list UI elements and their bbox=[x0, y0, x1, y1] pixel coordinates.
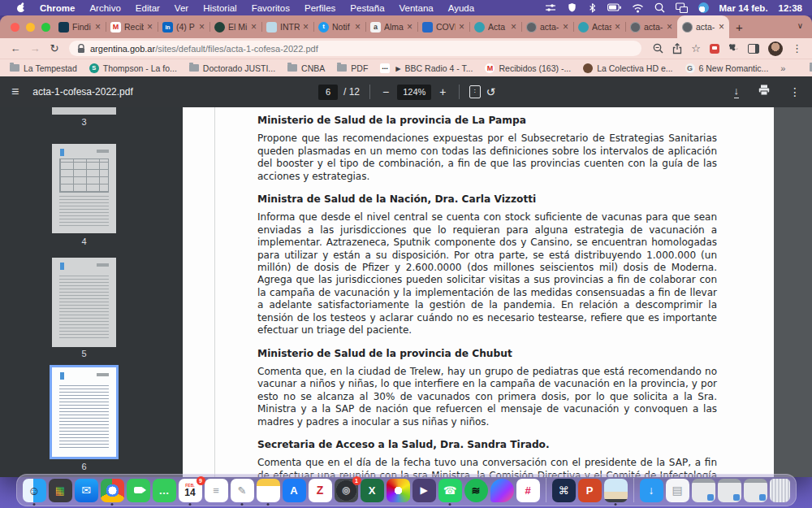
share-icon[interactable] bbox=[672, 43, 682, 54]
page-thumbnail-4[interactable] bbox=[52, 144, 116, 233]
page-thumbnail-5[interactable] bbox=[52, 258, 116, 347]
dock-downloads-folder-icon[interactable]: ↓ bbox=[640, 479, 663, 502]
apple-menu-icon[interactable] bbox=[0, 2, 32, 13]
close-window-button[interactable] bbox=[11, 23, 19, 32]
minimize-window-button[interactable] bbox=[26, 23, 35, 32]
dock-notes-icon[interactable] bbox=[257, 479, 280, 502]
dock-excel-icon[interactable]: X bbox=[361, 479, 384, 502]
bluetooth-icon[interactable] bbox=[588, 2, 597, 13]
close-tab-icon[interactable]: × bbox=[667, 21, 672, 33]
tab-acta-pdf[interactable]: acta-× bbox=[521, 15, 573, 38]
bookmark-cnba[interactable]: CNBA bbox=[287, 63, 325, 73]
bookmark-thompson[interactable]: SThompson - La fo... bbox=[89, 63, 177, 73]
bookmarks-overflow-chevron[interactable]: » bbox=[780, 63, 785, 73]
bookmark-la-tempestad[interactable]: La Tempestad bbox=[10, 63, 77, 73]
menu-ver[interactable]: Ver bbox=[167, 3, 196, 13]
close-tab-icon[interactable]: × bbox=[615, 21, 620, 33]
zoom-page-icon[interactable] bbox=[653, 43, 663, 54]
side-panel-icon[interactable] bbox=[748, 44, 759, 54]
page-number-input[interactable]: 6 bbox=[318, 85, 338, 100]
tab-acta[interactable]: Acta× bbox=[469, 15, 521, 38]
dock-screenshot-preview[interactable] bbox=[604, 479, 628, 502]
shield-icon[interactable] bbox=[567, 2, 577, 13]
dock-messenger-icon[interactable] bbox=[490, 479, 514, 502]
tab-gmail[interactable]: MRecib× bbox=[106, 15, 158, 38]
battery-icon[interactable] bbox=[607, 3, 621, 12]
tab-actas[interactable]: Actas× bbox=[573, 15, 625, 38]
dock-share-app-icon[interactable]: ⌘ bbox=[552, 479, 576, 502]
dock-chrome-icon[interactable] bbox=[101, 479, 124, 502]
menu-pestana[interactable]: Pestaña bbox=[343, 3, 391, 13]
bookmark-recibidos[interactable]: MRecibidos (163) -... bbox=[485, 63, 571, 73]
forward-button[interactable]: → bbox=[27, 42, 43, 54]
tab-acta-pdf-2[interactable]: acta-× bbox=[625, 15, 677, 38]
tab-alma[interactable]: aAlma× bbox=[365, 15, 417, 38]
close-tab-icon[interactable]: × bbox=[459, 21, 464, 33]
bookmark-la-colectiva[interactable]: La Colectiva HD e... bbox=[583, 63, 672, 73]
bookmark-bbc[interactable]: •••► BBC Radio 4 - T... bbox=[380, 63, 473, 73]
fit-page-icon[interactable]: ∶ bbox=[469, 85, 481, 98]
close-tab-icon[interactable]: × bbox=[251, 21, 257, 33]
spotlight-search-icon[interactable] bbox=[654, 2, 665, 13]
zoom-level[interactable]: 124% bbox=[397, 85, 431, 100]
dock-minimized-window-1[interactable] bbox=[692, 479, 715, 502]
dock-whatsapp-icon[interactable]: ☎ bbox=[438, 479, 462, 502]
menu-bar-date[interactable]: Mar 14 feb. bbox=[719, 3, 768, 13]
dock-reminders-icon[interactable]: ≡ bbox=[205, 479, 228, 502]
wifi-icon[interactable] bbox=[632, 3, 644, 13]
menu-historial[interactable]: Historial bbox=[196, 3, 244, 13]
dock-settings-icon[interactable]: ◎1 bbox=[335, 479, 358, 502]
tab-search-chevron-icon[interactable]: ∨ bbox=[797, 21, 803, 30]
page-thumbnail-3[interactable] bbox=[52, 107, 116, 115]
lock-icon[interactable] bbox=[77, 44, 85, 54]
new-tab-button[interactable]: + bbox=[729, 20, 749, 34]
profile-avatar[interactable] bbox=[768, 41, 783, 56]
pdf-page-area[interactable]: Ministerio de Salud de la provincia de L… bbox=[183, 107, 812, 477]
extensions-puzzle-icon[interactable] bbox=[728, 43, 739, 54]
back-button[interactable]: ← bbox=[7, 42, 24, 54]
zoom-window-button[interactable] bbox=[41, 23, 50, 32]
close-tab-icon[interactable]: × bbox=[511, 21, 516, 33]
page-thumbnail-6-selected[interactable] bbox=[52, 367, 116, 457]
dock-photos-icon[interactable] bbox=[387, 479, 410, 502]
dock-media-player-icon[interactable]: ▶ bbox=[412, 479, 436, 502]
zoom-in-button[interactable]: + bbox=[437, 85, 448, 98]
close-tab-icon[interactable]: × bbox=[199, 21, 205, 33]
dock-slack-icon[interactable]: # bbox=[516, 479, 540, 502]
menu-editar[interactable]: Editar bbox=[128, 3, 167, 13]
tab-twitter[interactable]: tNotif× bbox=[313, 15, 365, 38]
menu-perfiles[interactable]: Perfiles bbox=[297, 3, 343, 13]
close-tab-icon[interactable]: × bbox=[407, 21, 412, 33]
tab-finding[interactable]: Findi× bbox=[54, 15, 106, 38]
dock-zotero-icon[interactable]: Z bbox=[309, 479, 332, 502]
dock-appstore-icon[interactable]: A bbox=[283, 479, 306, 502]
bookmark-pdf[interactable]: PDF bbox=[337, 63, 368, 73]
tab-covid[interactable]: COVI× bbox=[417, 15, 469, 38]
close-tab-icon[interactable]: × bbox=[95, 21, 101, 33]
pdf-sidebar-toggle-icon[interactable]: ≡ bbox=[11, 85, 19, 99]
weather-icon[interactable] bbox=[698, 2, 709, 13]
tab-linkedin[interactable]: in(4) P× bbox=[158, 15, 209, 38]
dock-mail-icon[interactable]: ✉ bbox=[75, 479, 98, 502]
dock-facetime-icon[interactable] bbox=[127, 479, 150, 502]
tab-elmi[interactable]: El Mi× bbox=[209, 15, 261, 38]
menu-ayuda[interactable]: Ayuda bbox=[441, 3, 482, 13]
pdf-more-icon[interactable]: ⋮ bbox=[789, 85, 801, 98]
menu-app-name[interactable]: Chrome bbox=[32, 3, 82, 13]
dock-minimized-window-2[interactable] bbox=[718, 479, 741, 502]
menu-favoritos[interactable]: Favoritos bbox=[244, 3, 297, 13]
download-icon[interactable]: ↓ bbox=[734, 85, 740, 98]
rotate-icon[interactable]: ↺ bbox=[486, 85, 496, 98]
bookmark-star-icon[interactable]: ☆ bbox=[691, 42, 701, 54]
menu-ventana[interactable]: Ventana bbox=[392, 3, 441, 13]
dock-minimized-window-3[interactable] bbox=[744, 479, 767, 502]
zoom-out-button[interactable]: − bbox=[380, 85, 391, 98]
bookmark-new-romantic[interactable]: G6 New Romantic... bbox=[685, 63, 769, 73]
print-icon[interactable] bbox=[758, 85, 770, 99]
close-tab-icon[interactable]: × bbox=[563, 21, 568, 33]
menu-bar-clock[interactable]: 12:38 bbox=[779, 3, 802, 13]
screen-mirroring-icon[interactable] bbox=[676, 2, 688, 13]
dock-textedit-icon[interactable]: ✎ bbox=[231, 479, 254, 502]
reload-button[interactable]: ↻ bbox=[46, 42, 63, 54]
dock-powerpoint-icon[interactable]: P bbox=[578, 479, 602, 502]
